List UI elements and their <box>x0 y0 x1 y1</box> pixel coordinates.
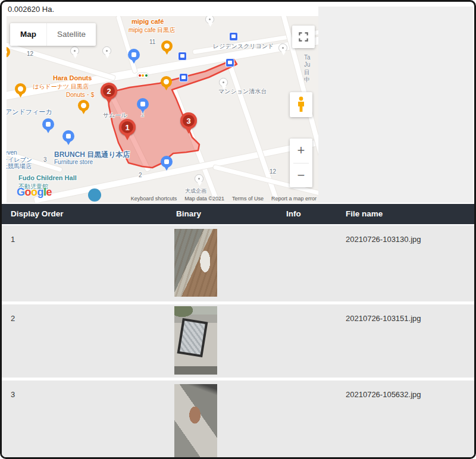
poi-label-clipped: 中 <box>304 76 310 84</box>
column-header-display-order: Display Order <box>11 204 64 224</box>
poi-label-mipig-cafe-jp: mipig cafe 目黒店 <box>129 26 175 34</box>
table-row[interactable]: 2 20210726-103151.jpg <box>2 304 474 378</box>
empty-panel <box>318 7 473 203</box>
transit-station-icon[interactable] <box>178 52 187 61</box>
generic-poi-pin[interactable] <box>102 46 111 55</box>
photo-marker-3-label: 3 <box>183 115 195 127</box>
street-view-pegman[interactable] <box>290 92 312 117</box>
food-poi-pin[interactable] <box>161 40 173 52</box>
poi-label-taisei-kikaku: 大成企画 <box>185 187 206 195</box>
traffic-light-icon <box>137 73 148 78</box>
fullscreen-icon <box>298 31 309 43</box>
poi-label-seven-eleven-3: 元競馬場店 <box>7 162 32 171</box>
poi-label-mipig-cafe: mipig café <box>131 18 164 25</box>
food-poi-pin[interactable] <box>161 76 172 87</box>
google-logo[interactable]: Google <box>17 186 52 199</box>
keyboard-shortcuts-link[interactable]: Keyboard shortcuts <box>131 196 177 202</box>
zoom-in-button[interactable]: + <box>290 139 312 163</box>
poi-circle-icon[interactable] <box>88 188 101 202</box>
poi-label-clipped: Ta <box>304 54 311 61</box>
poi-label-fudo-children-hall: Fudo Children Hall <box>18 174 77 181</box>
generic-poi-pin[interactable] <box>70 46 79 55</box>
terms-of-use-link[interactable]: Terms of Use <box>232 196 264 202</box>
lot-number-label: 12 <box>270 168 276 175</box>
generic-poi-pin[interactable] <box>195 174 203 183</box>
food-poi-pin[interactable] <box>78 100 89 111</box>
column-header-binary: Binary <box>176 204 201 224</box>
column-header-file-name: File name <box>346 204 383 224</box>
satellite-button[interactable]: Satellite <box>46 23 96 46</box>
file-name-cell: 20210726-103130.jpg <box>346 235 421 244</box>
shop-poi-pin[interactable] <box>137 98 149 110</box>
pegman-icon <box>296 96 306 113</box>
photo-thumbnail[interactable] <box>174 306 217 375</box>
shop-poi-pin[interactable] <box>128 49 140 61</box>
transit-station-icon[interactable] <box>226 58 234 67</box>
photo-thumbnail[interactable] <box>174 384 217 457</box>
app-window: 0.002620 Ha. mipig café mipig cafe 目黒店 1… <box>0 0 476 459</box>
lot-number-label: 11 <box>149 39 155 45</box>
display-order-cell: 3 <box>11 390 15 399</box>
google-map[interactable]: mipig café mipig cafe 目黒店 11 レジデンスクリヨンド … <box>7 16 318 203</box>
file-name-cell: 20210726-105632.jpg <box>346 390 421 399</box>
shop-poi-pin[interactable] <box>161 156 173 168</box>
map-data-label: Map data ©2021 <box>184 196 224 202</box>
transit-station-icon[interactable] <box>179 73 188 82</box>
display-order-cell: 2 <box>11 314 15 323</box>
fullscreen-button[interactable] <box>292 26 315 48</box>
display-order-cell: 1 <box>11 235 15 244</box>
map-type-control: Map Satellite <box>10 23 96 46</box>
map-attribution: Keyboard shortcuts Map data ©2021 Terms … <box>131 196 317 202</box>
photo-marker-2-label: 2 <box>103 85 115 97</box>
photo-marker-3[interactable]: 3 <box>180 112 197 129</box>
signboard-shape <box>177 318 208 357</box>
lot-number-label: 2 <box>139 172 142 178</box>
zoom-control: + − <box>290 139 312 187</box>
photo-marker-2[interactable]: 2 <box>101 83 117 99</box>
generic-poi-pin[interactable] <box>278 43 287 52</box>
shop-poi-pin[interactable] <box>42 118 54 130</box>
poi-label-samuru: サムール <box>103 111 127 120</box>
table-row[interactable]: 1 20210726-103130.jpg <box>2 225 474 301</box>
poi-label-seven-eleven-1: even <box>7 149 17 156</box>
transit-station-icon[interactable] <box>229 32 238 41</box>
poi-label-clipped: Ju <box>304 61 311 68</box>
map-button[interactable]: Map <box>10 23 46 46</box>
generic-poi-pin[interactable] <box>205 16 214 24</box>
file-name-cell: 20210726-103151.jpg <box>346 314 421 323</box>
photo-thumbnail[interactable] <box>174 229 217 297</box>
poi-label-hara-donuts-jp: はらドーナツ 目黒店 <box>33 83 89 91</box>
table-header: Display Order Binary Info File name <box>2 204 474 224</box>
photo-marker-1-label: 1 <box>121 121 133 133</box>
zoom-out-button[interactable]: − <box>290 164 312 188</box>
generic-poi-pin[interactable] <box>219 78 228 87</box>
poi-label-hara-donuts: Hara Donuts <box>53 74 92 81</box>
area-size-label: 0.002620 Ha. <box>8 5 54 14</box>
poi-label-and-fika: アンドフィーカ <box>7 108 52 117</box>
report-map-error-link[interactable]: Report a map error <box>271 196 317 202</box>
poi-label-residence: レジデンスクリヨンド <box>213 42 274 51</box>
food-poi-pin[interactable] <box>15 83 26 95</box>
poi-label-mansion-shimizudai: マンション清水台 <box>218 87 267 96</box>
poi-label-donuts-price: Donuts・$ <box>66 91 94 99</box>
shop-poi-pin[interactable] <box>62 130 74 142</box>
lot-number-label: 12 <box>27 51 33 57</box>
photo-marker-1[interactable]: 1 <box>119 119 136 136</box>
lot-number-label: 3 <box>43 156 47 163</box>
table-row[interactable]: 3 20210726-105632.jpg <box>2 381 474 457</box>
poi-label-furniture-store: Furniture store <box>54 159 93 165</box>
column-header-info: Info <box>286 204 301 224</box>
